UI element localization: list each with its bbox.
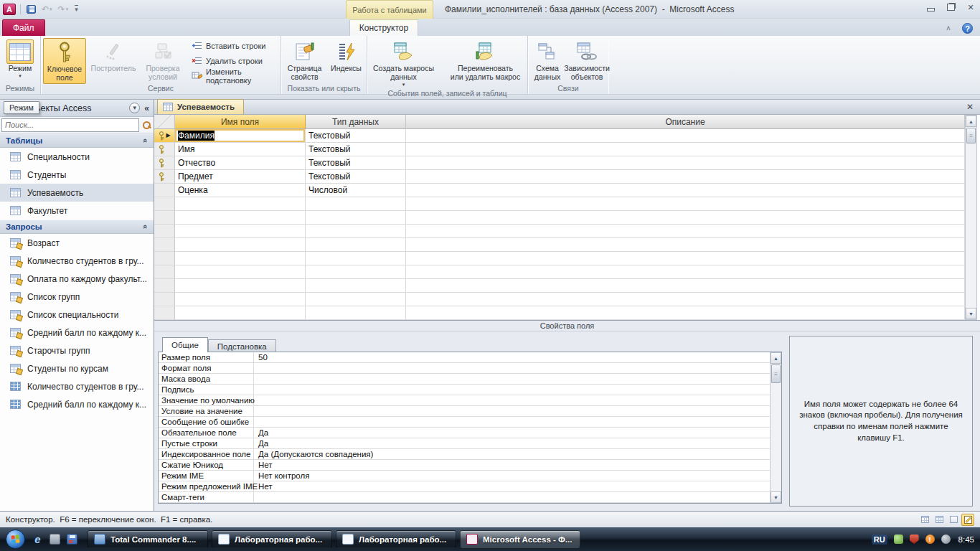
nav-item-table[interactable]: Успеваемость <box>0 184 154 202</box>
search-input[interactable] <box>1 118 139 132</box>
empty-field-row[interactable] <box>154 306 965 320</box>
description-cell[interactable] <box>406 184 965 197</box>
tray-icon-green[interactable] <box>894 534 903 544</box>
property-value[interactable] <box>254 363 781 373</box>
tray-icon-antivirus-shield[interactable] <box>910 534 919 544</box>
start-button[interactable] <box>6 529 25 549</box>
scroll-down-icon[interactable]: ▼ <box>966 308 976 319</box>
shutter-close-icon[interactable]: « <box>144 103 149 113</box>
scroll-up-icon[interactable]: ▲ <box>966 116 976 127</box>
property-row[interactable]: Условие на значение <box>159 406 781 417</box>
collapse-ribbon-icon[interactable]: ˄ <box>943 24 953 32</box>
property-value[interactable] <box>254 406 781 416</box>
column-header-data-type[interactable]: Тип данных <box>306 115 406 129</box>
data-type-cell[interactable]: Текстовый <box>306 129 406 143</box>
property-row[interactable]: Маска ввода <box>159 374 781 385</box>
minimize-button[interactable] <box>925 3 936 11</box>
nav-item-table[interactable]: Специальности <box>0 148 154 166</box>
datasheet-view-button[interactable] <box>918 514 931 526</box>
data-type-cell[interactable] <box>306 197 406 211</box>
row-selector[interactable]: ▶ <box>154 184 175 197</box>
property-value[interactable] <box>254 492 781 502</box>
property-row[interactable]: Режим предложений IME Нет <box>159 481 781 492</box>
data-type-cell[interactable] <box>306 252 406 265</box>
pivottable-view-button[interactable] <box>933 514 946 526</box>
field-name-cell[interactable] <box>175 197 306 211</box>
field-row[interactable]: ▶ Отчество Текстовый <box>154 156 965 170</box>
data-type-cell[interactable] <box>306 238 406 252</box>
property-row[interactable]: Подпись <box>159 385 781 395</box>
create-data-macros-button[interactable]: Создать макросы данных ▾ <box>369 38 438 89</box>
row-selector[interactable] <box>154 252 175 265</box>
nav-item-query[interactable]: Количество студентов в гру... <box>0 377 154 395</box>
table-scrollbar[interactable]: ▲ ▼ <box>965 115 977 320</box>
property-row[interactable]: Режим IME Нет контроля <box>159 471 781 481</box>
ribbon-tab[interactable] <box>88 20 103 36</box>
tray-icon-alert[interactable] <box>925 534 935 544</box>
tab-file[interactable]: Файл <box>2 19 45 36</box>
nav-section-queries[interactable]: Запросы « <box>0 220 154 234</box>
data-type-cell[interactable] <box>306 265 406 279</box>
row-selector[interactable] <box>154 279 175 293</box>
description-cell[interactable] <box>406 170 965 184</box>
property-sheet-button[interactable]: Страница свойств <box>283 38 326 84</box>
data-type-cell[interactable]: Текстовый <box>306 170 406 184</box>
property-row[interactable]: Размер поля 50 <box>159 352 781 363</box>
field-name-cell[interactable]: Имя <box>175 143 306 156</box>
row-selector[interactable] <box>154 238 175 252</box>
description-cell[interactable] <box>406 197 965 211</box>
row-selector[interactable] <box>154 197 175 211</box>
nav-item-query[interactable]: Список специальности <box>0 306 154 324</box>
taskbar-button[interactable]: Лабораторная рабо... <box>212 530 332 548</box>
property-value[interactable]: Да (Допускаются совпадения) <box>254 449 781 459</box>
nav-item-query[interactable]: Студенты по курсам <box>0 359 154 377</box>
description-cell[interactable] <box>406 225 965 238</box>
column-header-field-name[interactable]: Имя поля <box>175 115 306 129</box>
description-cell[interactable] <box>406 279 965 293</box>
taskbar-button[interactable]: Microsoft Access - Ф... <box>460 530 580 548</box>
object-dependencies-button[interactable]: Зависимости объектов <box>567 38 607 84</box>
language-indicator[interactable]: RU <box>872 534 887 545</box>
description-cell[interactable] <box>406 129 965 143</box>
data-type-cell[interactable] <box>306 225 406 238</box>
modify-lookups-button[interactable]: Изменить подстановку <box>189 70 275 83</box>
nav-menu-dropdown-icon[interactable]: ▼ <box>129 103 140 113</box>
pivotchart-view-button[interactable] <box>947 514 960 526</box>
field-name-cell[interactable] <box>175 265 306 279</box>
empty-field-row[interactable] <box>154 293 965 306</box>
taskbar-button[interactable]: Лабораторная рабо... <box>336 530 456 548</box>
qat-customize-button[interactable]: ▾ <box>72 3 80 16</box>
quick-launch-app-icon[interactable] <box>50 534 60 545</box>
data-type-cell[interactable] <box>306 293 406 306</box>
field-name-cell[interactable] <box>175 225 306 238</box>
property-row[interactable]: Значение по умолчанию <box>159 395 781 406</box>
field-name-cell[interactable]: Оценка <box>175 184 306 197</box>
internet-explorer-icon[interactable]: e <box>32 534 43 545</box>
row-selector[interactable]: ▶ <box>154 156 175 170</box>
data-type-cell[interactable]: Числовой <box>306 184 406 197</box>
restore-button[interactable] <box>946 3 956 11</box>
empty-field-row[interactable] <box>154 252 965 265</box>
taskbar-clock[interactable]: 8:45 <box>958 535 974 544</box>
field-row[interactable]: ▶ Оценка Числовой <box>154 184 965 197</box>
insert-rows-button[interactable]: Вставить строки <box>189 39 275 52</box>
row-selector[interactable] <box>154 306 175 320</box>
nav-item-query[interactable]: Список групп <box>0 288 154 306</box>
close-button[interactable]: ✕ <box>966 3 976 11</box>
description-cell[interactable] <box>406 252 965 265</box>
property-row[interactable]: Формат поля <box>159 363 781 374</box>
document-tab-uspevaemost[interactable]: Успеваемость <box>157 99 244 114</box>
ribbon-tab[interactable] <box>74 20 88 36</box>
column-header-description[interactable]: Описание <box>406 115 965 129</box>
property-value[interactable] <box>254 395 781 405</box>
field-name-cell[interactable] <box>175 279 306 293</box>
tray-icon-volume[interactable] <box>941 534 951 544</box>
access-app-icon[interactable]: A <box>3 4 16 15</box>
nav-item-table[interactable]: Факультет <box>0 202 154 220</box>
scrollbar-thumb[interactable] <box>966 128 976 143</box>
ribbon-tab[interactable] <box>60 20 74 36</box>
property-value[interactable]: Нет контроля <box>254 471 781 481</box>
empty-field-row[interactable] <box>154 238 965 252</box>
row-selector[interactable] <box>154 293 175 306</box>
field-name-cell[interactable] <box>175 293 306 306</box>
